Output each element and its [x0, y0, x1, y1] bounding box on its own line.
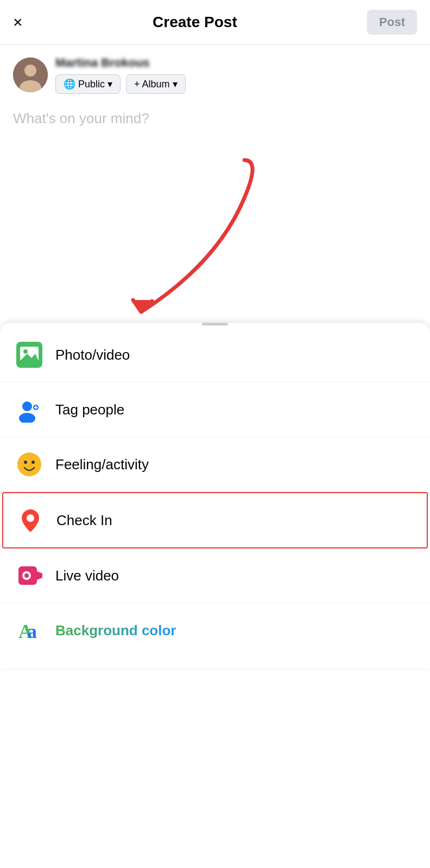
svg-point-14 [24, 461, 27, 464]
menu-item-photo-video[interactable]: Photo/video [0, 328, 430, 382]
feeling-icon [15, 450, 43, 478]
menu-item-tag-people[interactable]: Tag people [0, 382, 430, 437]
menu-item-check-in[interactable]: Check In [2, 492, 428, 548]
user-name: Martina Brokous [55, 56, 186, 70]
visibility-button[interactable]: 🌐 Public ▾ [55, 74, 121, 94]
svg-point-9 [19, 413, 35, 423]
visibility-label: Public [78, 79, 105, 90]
svg-point-8 [22, 401, 32, 411]
user-row: Martina Brokous 🌐 Public ▾ + Album ▾ [0, 45, 430, 99]
menu-item-live-video[interactable]: Live video [0, 548, 430, 603]
sheet-handle [202, 323, 228, 326]
background-color-icon: A a [15, 616, 43, 644]
avatar [13, 58, 48, 92]
user-actions: 🌐 Public ▾ + Album ▾ [55, 74, 186, 94]
svg-marker-20 [37, 571, 42, 580]
svg-point-16 [27, 514, 34, 522]
bottom-sheet: Photo/video Tag people Feeling/activity [0, 323, 430, 668]
post-button[interactable]: Post [367, 10, 417, 35]
svg-point-6 [23, 349, 28, 354]
svg-point-19 [24, 573, 29, 578]
album-label: + Album [134, 79, 170, 90]
svg-point-13 [17, 452, 41, 476]
svg-point-1 [24, 65, 36, 76]
background-color-label: Background color [55, 622, 176, 639]
page-title: Create Post [153, 14, 237, 31]
feeling-label: Feeling/activity [55, 456, 149, 473]
svg-point-15 [31, 461, 35, 464]
photo-video-label: Photo/video [55, 347, 130, 363]
user-info: Martina Brokous 🌐 Public ▾ + Album ▾ [55, 56, 186, 94]
post-text-area[interactable]: What's on your mind? [0, 99, 430, 316]
album-chevron: ▾ [173, 78, 178, 90]
live-video-label: Live video [55, 567, 119, 584]
visibility-chevron: ▾ [108, 78, 112, 90]
menu-item-feeling[interactable]: Feeling/activity [0, 437, 430, 492]
menu-item-background[interactable]: A a Background color [0, 603, 430, 658]
close-button[interactable]: × [13, 14, 23, 30]
photo-video-icon [15, 341, 43, 369]
header: × Create Post Post [0, 0, 430, 45]
check-in-icon [16, 506, 45, 534]
svg-text:a: a [27, 621, 37, 642]
album-button[interactable]: + Album ▾ [126, 74, 186, 94]
tag-people-icon [15, 395, 43, 424]
post-placeholder: What's on your mind? [13, 110, 149, 126]
check-in-label: Check In [56, 512, 112, 529]
globe-icon: 🌐 [64, 78, 75, 90]
tag-people-label: Tag people [55, 401, 124, 418]
live-video-icon [15, 561, 43, 590]
